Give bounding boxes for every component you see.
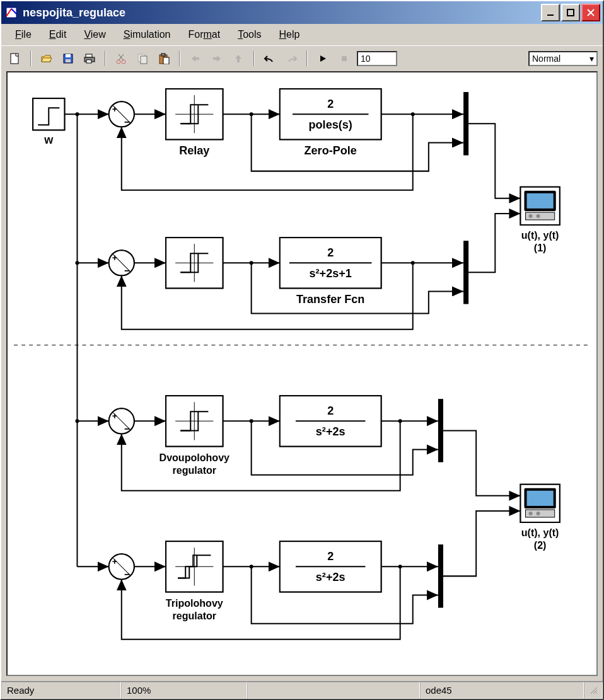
block-zeropole[interactable]: 2 poles(s) Zero-Pole	[280, 89, 381, 156]
mux-3[interactable]	[438, 399, 443, 462]
up-icon[interactable]	[229, 50, 247, 67]
menu-format[interactable]: Format	[179, 26, 229, 43]
zeropole-label: Zero-Pole	[305, 144, 357, 157]
svg-rect-19	[141, 56, 147, 64]
statusbar: Ready 100% ode45	[1, 681, 603, 699]
block-step-source[interactable]: w	[33, 98, 64, 146]
forward-icon[interactable]	[208, 50, 226, 67]
window-title: nespojita_regulace	[23, 6, 541, 20]
svg-text:2: 2	[327, 550, 334, 563]
menu-edit[interactable]: Edit	[40, 26, 76, 43]
relay-label: Relay	[179, 144, 209, 157]
mux-4[interactable]	[438, 544, 443, 607]
status-spacer	[247, 682, 420, 699]
svg-text:+: +	[112, 104, 117, 114]
svg-text:+: +	[112, 556, 117, 566]
svg-text:poles(s): poles(s)	[309, 118, 352, 131]
svg-rect-10	[66, 59, 71, 62]
svg-line-111	[596, 692, 597, 694]
status-zoom: 100%	[121, 682, 247, 699]
new-icon[interactable]	[6, 50, 24, 67]
mux-1[interactable]	[463, 92, 468, 155]
sum-2[interactable]: + −	[109, 250, 134, 276]
status-solver: ode45	[420, 682, 584, 699]
menu-help[interactable]: Help	[270, 26, 309, 43]
mux-2[interactable]	[463, 241, 468, 304]
svg-rect-23	[342, 56, 347, 61]
svg-rect-4	[567, 9, 574, 16]
svg-text:Tripolohovy: Tripolohovy	[166, 597, 223, 609]
sum-4[interactable]: + −	[109, 554, 134, 580]
svg-rect-21	[161, 54, 165, 56]
svg-text:s²+2s: s²+2s	[316, 425, 346, 438]
cut-icon[interactable]	[112, 50, 130, 67]
menu-view[interactable]: View	[75, 26, 114, 43]
block-relay-1[interactable]: Relay	[166, 89, 223, 156]
transferfcn-label: Transfer Fcn	[296, 293, 364, 306]
svg-rect-84	[438, 399, 443, 462]
block-tf3[interactable]: 2 s²+2s	[280, 396, 381, 446]
svg-text:+: +	[112, 253, 117, 263]
sum-3[interactable]: + −	[109, 408, 134, 434]
svg-text:regulator: regulator	[172, 610, 216, 621]
sum-1[interactable]: + −	[109, 101, 134, 127]
scope2-index: (2)	[534, 539, 547, 551]
svg-rect-11	[86, 54, 92, 57]
resize-grip[interactable]	[584, 682, 603, 699]
model-canvas[interactable]: w + − Relay	[6, 71, 598, 676]
app-window: nespojita_regulace File Edit View Simula…	[0, 0, 604, 700]
block-transferfcn[interactable]: 2 s²+2s+1 Transfer Fcn	[280, 238, 381, 305]
svg-text:−: −	[124, 265, 130, 276]
print-icon[interactable]	[81, 50, 98, 67]
redo-icon[interactable]	[282, 50, 300, 67]
block-dvoupolohovy[interactable]: Dvoupolohovy regulator	[160, 396, 230, 476]
open-icon[interactable]	[38, 50, 55, 67]
chevron-down-icon: ▾	[589, 54, 594, 64]
mode-selected: Normal	[532, 54, 560, 64]
svg-rect-49	[463, 92, 468, 155]
block-tf4[interactable]: 2 s²+2s	[280, 541, 381, 592]
copy-icon[interactable]	[134, 50, 151, 67]
scope1-label: u(t), y(t)	[521, 229, 559, 241]
svg-rect-3	[547, 14, 554, 16]
menubar: File Edit View Simulation Format Tools H…	[1, 24, 603, 45]
svg-rect-13	[86, 60, 91, 63]
svg-text:2: 2	[327, 405, 334, 417]
stop-icon[interactable]	[335, 50, 353, 67]
sim-time-input[interactable]	[357, 51, 397, 66]
maximize-button[interactable]	[561, 4, 580, 21]
block-relay-2[interactable]	[166, 238, 223, 288]
menu-file[interactable]: File	[6, 26, 40, 43]
svg-rect-102	[438, 544, 443, 607]
menu-tools[interactable]: Tools	[229, 26, 270, 43]
step-label: w	[44, 134, 54, 146]
svg-rect-22	[163, 57, 169, 64]
svg-text:s²+2s+1: s²+2s+1	[310, 267, 352, 280]
svg-text:−: −	[124, 423, 130, 434]
svg-rect-7	[11, 54, 18, 64]
titlebar: nespojita_regulace	[1, 1, 603, 24]
paste-icon[interactable]	[155, 50, 173, 67]
svg-text:Dvoupolohovy: Dvoupolohovy	[160, 452, 230, 463]
mode-select[interactable]: Normal ▾	[528, 51, 598, 66]
close-button[interactable]	[581, 4, 600, 21]
svg-text:+: +	[112, 411, 117, 421]
svg-point-37	[75, 112, 79, 116]
svg-rect-9	[66, 54, 71, 57]
block-scope-2[interactable]: u(t), y(t) (2)	[520, 485, 559, 551]
minimize-button[interactable]	[541, 4, 560, 21]
svg-text:2: 2	[327, 246, 334, 259]
play-icon[interactable]	[314, 50, 332, 67]
svg-text:−: −	[124, 568, 130, 580]
block-scope-1[interactable]: u(t), y(t) (1)	[520, 187, 559, 253]
svg-text:s²+2s: s²+2s	[316, 571, 346, 583]
menu-simulation[interactable]: Simulation	[115, 26, 180, 43]
toolbar: Normal ▾	[1, 45, 603, 71]
back-icon[interactable]	[187, 50, 204, 67]
svg-text:regulator: regulator	[172, 464, 216, 476]
undo-icon[interactable]	[261, 50, 279, 67]
svg-text:−: −	[124, 116, 130, 127]
save-icon[interactable]	[59, 50, 77, 67]
status-state: Ready	[1, 682, 121, 699]
block-tripolohovy[interactable]: Tripolohovy regulator	[166, 541, 223, 621]
